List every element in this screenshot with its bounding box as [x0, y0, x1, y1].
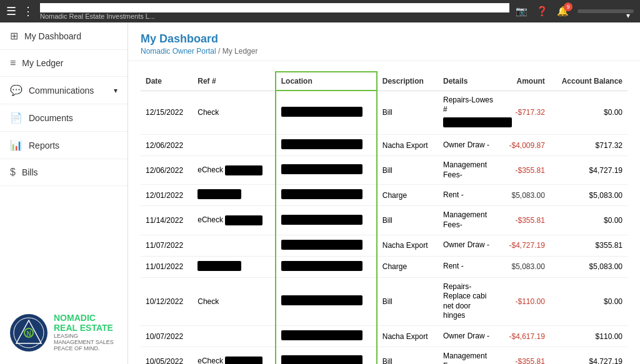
- breadcrumb-separator: /: [216, 47, 222, 56]
- logo-tagline: LEASING MANAGEMENT SALES PEACE OF MIND.: [54, 333, 118, 352]
- cell-date: 12/06/2022: [141, 156, 192, 185]
- sidebar-label-bills: Bills: [22, 167, 38, 177]
- table-row: 11/07/2022Nacha ExportOwner Draw --$4,72…: [141, 235, 628, 256]
- breadcrumb-portal[interactable]: Nomadic Owner Portal: [141, 47, 216, 56]
- sidebar-label-ledger: My Ledger: [22, 58, 63, 68]
- hamburger-icon[interactable]: ☰: [6, 4, 16, 18]
- cell-description: Charge: [377, 185, 438, 206]
- logo-emblem: N: [10, 314, 48, 352]
- cell-ref: [192, 326, 276, 347]
- cell-ref: eCheck: [192, 156, 276, 185]
- cell-amount: $5,083.00: [500, 256, 550, 277]
- cell-location: [276, 256, 377, 277]
- col-balance: Account Balance: [550, 72, 628, 91]
- table-row: 12/15/2022CheckBillRepairs-Lowes #-$717.…: [141, 91, 628, 135]
- cell-details: Owner Draw -: [438, 235, 500, 256]
- cell-location: [276, 185, 377, 206]
- ledger-table-container: Date Ref # Location Description Details …: [128, 61, 640, 364]
- app-title: Nomadic Owner Portal: [40, 3, 509, 12]
- sidebar-item-communications[interactable]: 💬 Communications ▾: [0, 77, 128, 104]
- col-amount: Amount: [500, 72, 550, 91]
- sidebar-item-dashboard[interactable]: ⊞ My Dashboard: [0, 22, 128, 50]
- cell-date: 10/07/2022: [141, 326, 192, 347]
- cell-description: Bill: [377, 156, 438, 185]
- cell-details: Owner Draw -: [438, 135, 500, 156]
- col-date: Date: [141, 72, 192, 91]
- cell-ref: [192, 185, 276, 206]
- sidebar-item-documents[interactable]: 📄 Documents: [0, 104, 128, 132]
- cell-details: Rent -: [438, 185, 500, 206]
- cell-ref: Check: [192, 91, 276, 135]
- reports-icon: 📊: [10, 139, 22, 151]
- table-row: 12/01/2022ChargeRent -$5,083.00$5,083.00: [141, 185, 628, 206]
- cell-amount: -$355.81: [500, 156, 550, 185]
- bills-icon: $: [10, 167, 16, 178]
- page-title: My Dashboard: [141, 32, 628, 46]
- cell-description: Nacha Export: [377, 235, 438, 256]
- cell-location: [276, 206, 377, 235]
- cell-description: Bill: [377, 206, 438, 235]
- documents-icon: 📄: [10, 112, 22, 124]
- cell-details: Management Fees-: [438, 206, 500, 235]
- cell-balance: $355.81: [550, 235, 628, 256]
- cell-details: Owner Draw -: [438, 326, 500, 347]
- cell-details: Repairs-Replace cabinet door hinges: [438, 277, 500, 325]
- col-ref: Ref #: [192, 72, 276, 91]
- col-description: Description: [377, 72, 438, 91]
- notification-icon[interactable]: 🔔 9: [557, 6, 569, 17]
- cell-date: 12/15/2022: [141, 91, 192, 135]
- user-menu[interactable]: [578, 9, 634, 13]
- notification-badge: 9: [564, 2, 572, 11]
- table-row: 10/05/2022eCheck BillManagement Fees--$3…: [141, 347, 628, 364]
- cell-amount: -$355.81: [500, 347, 550, 364]
- cell-location: [276, 235, 377, 256]
- table-row: 12/06/2022eCheck BillManagement Fees--$3…: [141, 156, 628, 185]
- cell-ref: [192, 235, 276, 256]
- col-details: Details: [438, 72, 500, 91]
- cell-ref: eCheck: [192, 206, 276, 235]
- sidebar-label-communications: Communications: [29, 86, 94, 96]
- cell-balance: $4,727.19: [550, 347, 628, 364]
- camera-icon[interactable]: 📷: [516, 6, 528, 17]
- cell-date: 11/07/2022: [141, 235, 192, 256]
- sidebar: ⊞ My Dashboard ≡ My Ledger 💬 Communicati…: [0, 22, 128, 364]
- cell-location: [276, 326, 377, 347]
- cell-date: 12/06/2022: [141, 135, 192, 156]
- cell-details: Repairs-Lowes #: [438, 91, 500, 135]
- cell-amount: $5,083.00: [500, 185, 550, 206]
- cell-ref: eCheck: [192, 347, 276, 364]
- table-row: 12/06/2022Nacha ExportOwner Draw --$4,00…: [141, 135, 628, 156]
- communications-icon: 💬: [10, 84, 22, 96]
- sidebar-label-dashboard: My Dashboard: [24, 31, 81, 41]
- dot-menu-icon[interactable]: ⋮: [22, 4, 34, 18]
- cell-ref: Check: [192, 277, 276, 325]
- help-icon[interactable]: ❓: [536, 6, 548, 17]
- cell-amount: -$355.81: [500, 206, 550, 235]
- ledger-table: Date Ref # Location Description Details …: [141, 71, 628, 364]
- sidebar-item-bills[interactable]: $ Bills: [0, 159, 128, 186]
- main-content: My Dashboard Nomadic Owner Portal / My L…: [128, 22, 640, 364]
- sidebar-label-reports: Reports: [29, 140, 59, 150]
- cell-location: [276, 135, 377, 156]
- main-header: My Dashboard Nomadic Owner Portal / My L…: [128, 22, 640, 61]
- ledger-icon: ≡: [10, 57, 16, 69]
- cell-balance: $5,083.00: [550, 185, 628, 206]
- sidebar-item-reports[interactable]: 📊 Reports: [0, 132, 128, 159]
- sidebar-item-ledger[interactable]: ≡ My Ledger: [0, 50, 128, 77]
- table-row: 10/12/2022CheckBillRepairs-Replace cabin…: [141, 277, 628, 325]
- cell-balance: $0.00: [550, 91, 628, 135]
- cell-location: [276, 277, 377, 325]
- cell-ref: [192, 256, 276, 277]
- cell-amount: -$110.00: [500, 277, 550, 325]
- sidebar-logo: N NOMADIC REAL ESTATE LEASING MANAGEMENT…: [0, 301, 128, 364]
- cell-balance: $4,727.19: [550, 156, 628, 185]
- cell-balance: $717.32: [550, 135, 628, 156]
- cell-location: [276, 347, 377, 364]
- chevron-down-icon: ▾: [114, 86, 118, 95]
- cell-balance: $110.00: [550, 326, 628, 347]
- topbar-icons: 📷 ❓ 🔔 9: [516, 6, 634, 17]
- logo-brand-line1: NOMADIC: [54, 313, 118, 323]
- cell-description: Bill: [377, 277, 438, 325]
- table-row: 11/14/2022eCheck BillManagement Fees--$3…: [141, 206, 628, 235]
- logo-brand-line2: REAL ESTATE: [54, 323, 118, 333]
